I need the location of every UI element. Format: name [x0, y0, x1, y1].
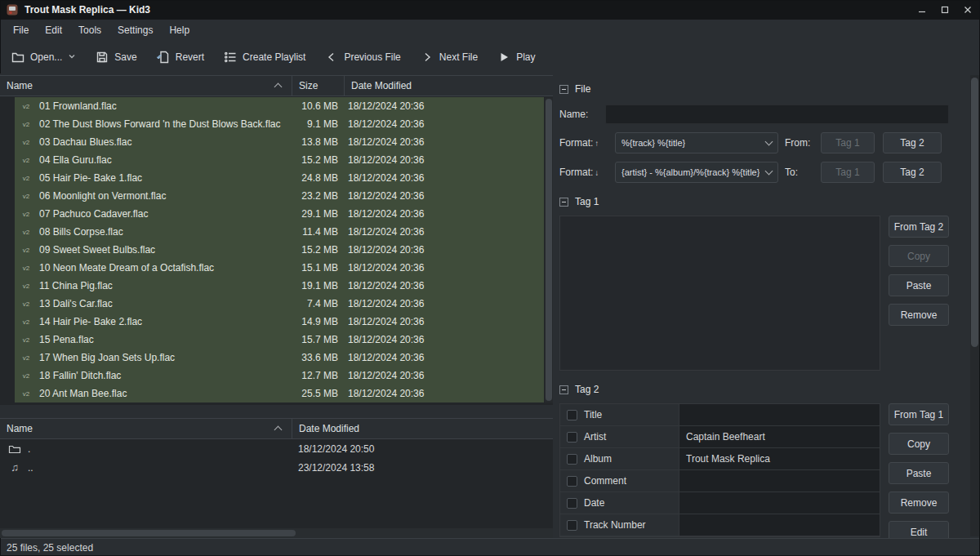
tag-panel-scrollbar-thumb[interactable] — [971, 78, 978, 347]
file-row-selected: v2 06 Moonlight on Vermont.flac 23.2 MB … — [15, 187, 544, 205]
file-size: 25.5 MB — [292, 388, 341, 399]
collapse-icon[interactable] — [559, 385, 568, 394]
tag-panel-scrollbar[interactable] — [970, 75, 979, 536]
filename-label: Name: — [559, 109, 605, 120]
horizontal-scrollbar-thumb[interactable] — [2, 530, 296, 536]
tag2-copy-button[interactable]: Copy — [889, 433, 949, 455]
file-row[interactable]: v2 13 Dali's Car.flac 7.4 MB 18/12/2024 … — [0, 295, 544, 313]
tag1-paste-button[interactable]: Paste — [889, 274, 949, 296]
file-row[interactable]: v2 10 Neon Meate Dream of a Octafish.fla… — [0, 259, 544, 277]
field-value[interactable]: Trout Mask Replica — [679, 448, 880, 469]
file-row[interactable]: v2 06 Moonlight on Vermont.flac 23.2 MB … — [0, 187, 544, 205]
file-size: 23.2 MB — [292, 190, 341, 202]
file-date: 18/12/2024 20:36 — [348, 118, 424, 130]
file-header-date[interactable]: Date Modified — [345, 76, 553, 96]
dir-row-current[interactable]: . 18/12/2024 20:50 — [0, 439, 553, 458]
tag1-fields-table[interactable] — [559, 216, 880, 371]
file-row[interactable]: v2 08 Bills Corpse.flac 11.4 MB 18/12/20… — [0, 223, 544, 241]
file-row[interactable]: v2 02 The Dust Blows Forward 'n the Dust… — [0, 115, 544, 133]
horizontal-scrollbar[interactable] — [0, 528, 553, 538]
tag1-from-tag2-button[interactable]: From Tag 2 — [889, 216, 949, 238]
format-to-combobox[interactable]: {artist} - %{album}/%{track} %{title} — [615, 162, 778, 183]
file-header-size[interactable]: Size — [292, 76, 345, 96]
field-checkbox[interactable] — [567, 498, 577, 509]
play-button[interactable]: Play — [497, 51, 535, 64]
file-row[interactable]: v2 03 Dachau Blues.flac 13.8 MB 18/12/20… — [0, 133, 544, 151]
file-name: 11 China Pig.flac — [39, 280, 292, 291]
minimize-button[interactable] — [916, 4, 928, 16]
dir-row-parent[interactable]: ♫ .. 23/12/2024 13:58 — [0, 458, 553, 477]
file-list-scrollbar[interactable] — [545, 97, 553, 403]
file-size: 15.2 MB — [292, 244, 341, 256]
field-checkbox[interactable] — [567, 432, 577, 443]
field-value[interactable] — [679, 514, 880, 536]
open-label: Open... — [30, 51, 62, 63]
file-row[interactable]: v2 17 When Big Joan Sets Up.flac 33.6 MB… — [0, 349, 544, 367]
open-button[interactable]: Open... — [11, 51, 76, 64]
format-from-combobox[interactable]: %{track} %{title} — [615, 132, 778, 153]
field-checkbox[interactable] — [567, 454, 577, 465]
open-dropdown-button[interactable] — [68, 51, 76, 63]
file-row[interactable]: v2 09 Sweet Sweet Bulbs.flac 15.2 MB 18/… — [0, 241, 544, 259]
create-playlist-button[interactable]: Create Playlist — [224, 51, 305, 64]
tag1-remove-button[interactable]: Remove — [889, 304, 949, 326]
file-date: 18/12/2024 20:36 — [348, 370, 424, 381]
previous-file-button[interactable]: Previous File — [325, 51, 400, 64]
tag2-paste-button[interactable]: Paste — [889, 462, 949, 484]
file-row[interactable]: v2 07 Pachuco Cadaver.flac 29.1 MB 18/12… — [0, 205, 544, 223]
file-row[interactable]: v2 14 Hair Pie- Bake 2.flac 14.9 MB 18/1… — [0, 313, 544, 331]
field-checkbox[interactable] — [567, 520, 577, 531]
file-size: 10.6 MB — [292, 100, 341, 112]
file-header-name[interactable]: Name — [0, 76, 292, 96]
revert-button[interactable]: Revert — [157, 51, 204, 64]
field-checkbox[interactable] — [567, 410, 577, 420]
maximize-icon — [941, 6, 949, 14]
dir-header-date[interactable]: Date Modified — [292, 419, 553, 438]
tag2-fields-table: Title Artist Captain Beefheart — [559, 403, 880, 537]
file-row[interactable]: v2 15 Pena.flac 15.7 MB 18/12/2024 20:36 — [0, 331, 544, 349]
file-row[interactable]: v2 18 Fallin' Ditch.flac 12.7 MB 18/12/2… — [0, 367, 544, 385]
field-value[interactable] — [679, 470, 880, 492]
menu-edit[interactable]: Edit — [37, 21, 70, 39]
file-row[interactable]: v2 04 Ella Guru.flac 15.2 MB 18/12/2024 … — [0, 151, 544, 169]
from-tag2-button[interactable]: Tag 2 — [883, 132, 942, 153]
close-button[interactable] — [962, 4, 973, 16]
filename-input[interactable] — [605, 105, 949, 124]
window-controls — [916, 4, 973, 16]
file-row[interactable]: v2 01 Frownland.flac 10.6 MB 18/12/2024 … — [0, 97, 544, 115]
tag1-copy-button[interactable]: Copy — [889, 245, 949, 267]
field-value[interactable] — [679, 492, 880, 514]
tag2-from-tag1-button[interactable]: From Tag 1 — [889, 403, 949, 425]
menu-help[interactable]: Help — [161, 21, 198, 39]
dir-header-name[interactable]: Name — [0, 419, 292, 438]
file-row[interactable]: v2 11 China Pig.flac 19.1 MB 18/12/2024 … — [0, 277, 544, 295]
to-tag2-button[interactable]: Tag 2 — [883, 162, 942, 183]
tag1-section-header[interactable]: Tag 1 — [559, 194, 949, 209]
menu-settings[interactable]: Settings — [109, 21, 161, 39]
field-checkbox[interactable] — [567, 476, 577, 487]
file-row[interactable]: v2 20 Ant Man Bee.flac 25.5 MB 18/12/202… — [0, 385, 544, 403]
collapse-icon[interactable] — [559, 85, 568, 94]
menu-tools[interactable]: Tools — [70, 21, 109, 39]
field-value[interactable]: Captain Beefheart — [679, 426, 880, 447]
file-row[interactable]: v2 05 Hair Pie- Bake 1.flac 24.8 MB 18/1… — [0, 169, 544, 187]
collapse-icon[interactable] — [559, 198, 568, 207]
tag2-section-header[interactable]: Tag 2 — [559, 382, 949, 397]
file-date: 18/12/2024 20:36 — [348, 298, 424, 309]
file-section-header[interactable]: File — [559, 82, 949, 96]
save-button[interactable]: Save — [96, 51, 136, 64]
kid3-window: Trout Mask Replica — Kid3 File Edit Tool… — [0, 0, 980, 556]
maximize-button[interactable] — [939, 4, 951, 16]
revert-icon — [157, 51, 170, 64]
file-list-scrollbar-thumb[interactable] — [546, 99, 552, 401]
close-icon — [964, 6, 972, 14]
playlist-icon — [224, 51, 237, 64]
next-file-button[interactable]: Next File — [421, 51, 478, 64]
to-tag1-button[interactable]: Tag 1 — [821, 162, 875, 183]
file-date: 18/12/2024 20:36 — [348, 334, 424, 345]
tag2-remove-button[interactable]: Remove — [889, 492, 949, 514]
menu-file[interactable]: File — [5, 21, 37, 39]
tag2-edit-button[interactable]: Edit — [889, 521, 949, 538]
field-value[interactable] — [679, 404, 880, 425]
from-tag1-button[interactable]: Tag 1 — [821, 132, 875, 153]
